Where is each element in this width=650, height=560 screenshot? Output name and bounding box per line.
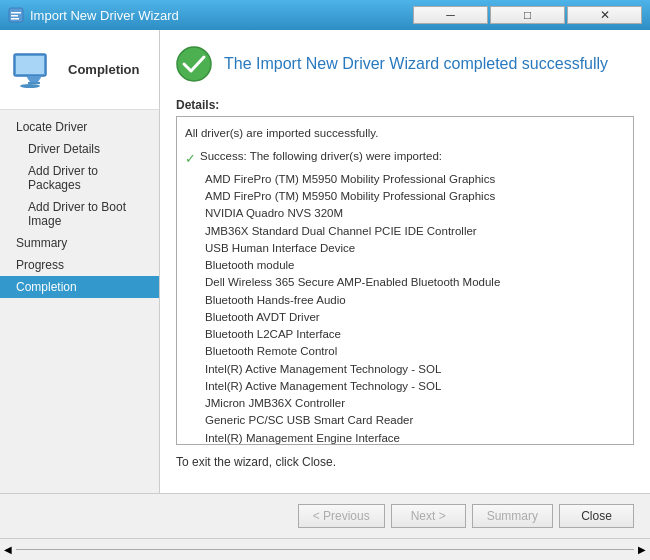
list-item: Intel(R) Active Management Technology - …	[185, 378, 625, 395]
title-controls: ─ □ ✕	[413, 6, 642, 24]
success-icon	[176, 46, 212, 82]
sidebar-header-title: Completion	[68, 62, 140, 77]
summary-button[interactable]: Summary	[472, 504, 553, 528]
title-bar-left: Import New Driver Wizard	[8, 7, 179, 23]
svg-rect-5	[16, 56, 44, 74]
list-item: AMD FirePro (TM) M5950 Mobility Professi…	[185, 188, 625, 205]
list-item: JMB36X Standard Dual Channel PCIE IDE Co…	[185, 223, 625, 240]
nav-item-completion[interactable]: Completion	[0, 276, 159, 298]
success-line-text: Success: The following driver(s) were im…	[200, 148, 442, 165]
check-icon: ✓	[185, 149, 196, 169]
details-box[interactable]: All driver(s) are imported successfully.…	[176, 116, 634, 445]
list-item: Bluetooth Remote Control	[185, 343, 625, 360]
window-icon	[8, 7, 24, 23]
status-right-arrow[interactable]: ▶	[638, 544, 646, 555]
previous-button[interactable]: < Previous	[298, 504, 385, 528]
success-line-header: ✓ Success: The following driver(s) were …	[185, 148, 625, 169]
success-title: The Import New Driver Wizard completed s…	[224, 55, 608, 73]
bottom-bar: < Previous Next > Summary Close	[0, 493, 650, 538]
window: Import New Driver Wizard ─ □ ✕ Completi	[0, 0, 650, 560]
list-item: Bluetooth AVDT Driver	[185, 309, 625, 326]
sidebar-nav: Locate DriverDriver DetailsAdd Driver to…	[0, 110, 159, 493]
svg-rect-7	[28, 82, 40, 84]
list-item: Bluetooth L2CAP Interface	[185, 326, 625, 343]
close-window-button[interactable]: ✕	[567, 6, 642, 24]
list-item: AMD FirePro (TM) M5950 Mobility Professi…	[185, 171, 625, 188]
list-item: Intel(R) Active Management Technology - …	[185, 361, 625, 378]
list-item: Bluetooth module	[185, 257, 625, 274]
window-title: Import New Driver Wizard	[30, 8, 179, 23]
nav-item-driver-details[interactable]: Driver Details	[0, 138, 159, 160]
svg-point-9	[177, 47, 211, 81]
list-item: Dell Wireless 365 Secure AMP-Enabled Blu…	[185, 274, 625, 291]
sidebar: Completion Locate DriverDriver DetailsAd…	[0, 30, 160, 493]
svg-marker-6	[26, 76, 42, 82]
nav-item-summary[interactable]: Summary	[0, 232, 159, 254]
svg-rect-2	[11, 15, 18, 17]
footer-text: To exit the wizard, click Close.	[176, 455, 634, 469]
content-area: Completion Locate DriverDriver DetailsAd…	[0, 30, 650, 493]
list-item: Intel(R) Management Engine Interface	[185, 430, 625, 446]
success-header: The Import New Driver Wizard completed s…	[176, 46, 634, 82]
nav-item-add-driver-to-packages[interactable]: Add Driver to Packages	[0, 160, 159, 196]
minimize-button[interactable]: ─	[413, 6, 488, 24]
svg-rect-3	[11, 18, 19, 20]
list-item: NVIDIA Quadro NVS 320M	[185, 205, 625, 222]
driver-list: AMD FirePro (TM) M5950 Mobility Professi…	[185, 171, 625, 445]
maximize-button[interactable]: □	[490, 6, 565, 24]
title-bar: Import New Driver Wizard ─ □ ✕	[0, 0, 650, 30]
nav-item-add-driver-to-boot-image[interactable]: Add Driver to Boot Image	[0, 196, 159, 232]
details-summary: All driver(s) are imported successfully.	[185, 125, 625, 142]
status-left-arrow[interactable]: ◀	[4, 544, 12, 555]
computer-icon	[10, 46, 58, 94]
list-item: Generic PC/SC USB Smart Card Reader	[185, 412, 625, 429]
status-bar-line	[16, 549, 634, 550]
nav-item-locate-driver[interactable]: Locate Driver	[0, 116, 159, 138]
details-label: Details:	[176, 98, 634, 112]
button-group: < Previous Next > Summary Close	[298, 504, 634, 528]
close-button[interactable]: Close	[559, 504, 634, 528]
svg-rect-1	[11, 12, 21, 14]
list-item: JMicron JMB36X Controller	[185, 395, 625, 412]
svg-point-8	[20, 84, 40, 88]
status-bar: ◀ ▶	[0, 538, 650, 560]
next-button[interactable]: Next >	[391, 504, 466, 528]
sidebar-header: Completion	[0, 30, 159, 110]
list-item: USB Human Interface Device	[185, 240, 625, 257]
list-item: Bluetooth Hands-free Audio	[185, 292, 625, 309]
nav-item-progress[interactable]: Progress	[0, 254, 159, 276]
